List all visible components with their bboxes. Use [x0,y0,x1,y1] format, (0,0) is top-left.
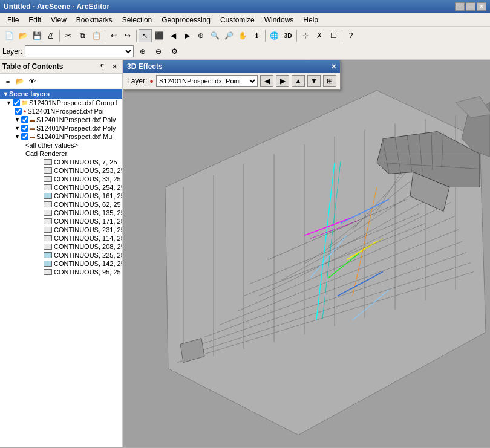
layer-checkbox-2[interactable] [21,125,28,132]
layer-name-0: S12401NProspect.dxf Poi [27,108,103,115]
continuous-label-9: CONTINUOUS, 114, 25 [54,235,122,242]
layer-item-0[interactable]: ● S12401NProspect.dxf Poi [13,107,122,115]
continuous-item-9[interactable]: CONTINUOUS, 114, 25 [24,234,122,242]
copy-button[interactable]: ⧉ [76,29,89,42]
continuous-item-1[interactable]: CONTINUOUS, 253, 25 [24,166,122,175]
menu-selection[interactable]: Selection [117,15,157,25]
zoom-in-rect-button[interactable]: ⬛ [152,29,166,42]
paste-button[interactable]: 📋 [90,29,103,42]
continuous-item-11[interactable]: CONTINUOUS, 225, 25 [24,251,122,259]
layer-settings-button[interactable]: ⚙ [168,45,181,58]
redo-button[interactable]: ↪ [121,29,134,42]
toc-dock-button[interactable]: ¶ [97,61,108,72]
group-expand-icon: ▼ [6,100,11,106]
layer-select[interactable] [25,45,134,57]
continuous-item-0[interactable]: CONTINUOUS, 7, 25 [24,158,122,166]
effects-btn-4[interactable]: ▼ [307,75,321,87]
toc-close-button[interactable]: ✕ [109,61,120,72]
cut-button[interactable]: ✂ [62,29,75,42]
cad-renderer-item[interactable]: Cad Renderer [24,149,122,158]
save-button[interactable]: 💾 [30,29,44,42]
continuous-item-7[interactable]: CONTINUOUS, 171, 25 [24,217,122,226]
layer-add-button[interactable]: ⊕ [136,45,149,58]
zoom-out-button[interactable]: 🔎 [222,29,235,42]
scene-canvas[interactable] [123,60,490,447]
swatch-1 [44,167,52,174]
3d-nav-button[interactable]: 3D [281,29,295,42]
group-layer-checkbox[interactable] [13,99,20,106]
toolbar-area: 📄 📂 💾 🖨 ✂ ⧉ 📋 ↩ ↪ ↖ ⬛ ◀ ▶ ⊕ 🔍 🔎 ✋ ℹ 🌐 3D… [0,27,490,60]
layer-item-3[interactable]: ▼ ▬ S12401NProspect.dxf Mul [13,132,122,141]
globe-button[interactable]: 🌐 [267,29,281,42]
menu-file[interactable]: File [2,15,24,25]
continuous-item-12[interactable]: CONTINUOUS, 142, 25 [24,259,122,268]
effects-layer-label: Layer: [127,77,147,85]
menu-geoprocessing[interactable]: Geoprocessing [157,15,215,25]
help-button[interactable]: ? [344,29,358,42]
menu-bookmarks[interactable]: Bookmarks [71,15,117,25]
sub-layers: ● S12401NProspect.dxf Poi ▼ ▬ S12401NPro… [5,107,122,276]
layer-icon-3: ▬ [30,134,35,140]
scene-view[interactable]: 3D Effects ✕ Layer: ● S12401NProspect.dx… [123,60,490,447]
continuous-item-5[interactable]: CONTINUOUS, 62, 25 [24,200,122,209]
zoom-in-button[interactable]: 🔍 [208,29,221,42]
continuous-item-4[interactable]: CONTINUOUS, 161, 25 [24,192,122,200]
all-other-values-item[interactable]: <all other values> [24,141,122,149]
effects-layer-select[interactable]: S12401NProspect.dxf Point [156,75,258,87]
toc-visibility-view-button[interactable]: 👁 [27,76,38,86]
continuous-item-10[interactable]: CONTINUOUS, 208, 25 [24,242,122,251]
maximize-button[interactable]: □ [466,2,475,11]
continuous-label-8: CONTINUOUS, 231, 25 [54,226,122,233]
continuous-item-3[interactable]: CONTINUOUS, 254, 25 [24,183,122,192]
menu-customize[interactable]: Customize [215,15,260,25]
layer-checkbox-1[interactable] [21,116,28,123]
continuous-label-11: CONTINUOUS, 225, 25 [54,252,122,259]
group-layer-item[interactable]: ▼ 📁 S12401NProspect.dxf Group L [5,99,122,107]
clear-button[interactable]: ☐ [327,29,340,42]
zoom-full-button[interactable]: ⊕ [194,29,207,42]
multi-layer-sub: <all other values> Cad Renderer CONTINUO… [13,141,122,276]
swatch-10 [44,244,52,250]
open-button[interactable]: 📂 [16,29,30,42]
deselect-button[interactable]: ✗ [313,29,326,42]
layer-item-1[interactable]: ▼ ▬ S12401NProspect.dxf Poly [13,115,122,124]
effects-layer-icon: ● [149,77,154,85]
effects-btn-1[interactable]: ◀ [260,75,273,87]
menu-windows[interactable]: Windows [260,15,299,25]
layer-label: Layer: [2,47,22,56]
layer-checkbox-0[interactable] [15,108,22,115]
identify-button[interactable]: ℹ [250,29,263,42]
toc-list-view-button[interactable]: ≡ [2,76,13,86]
continuous-item-13[interactable]: CONTINUOUS, 95, 25 [24,268,122,276]
continuous-item-2[interactable]: CONTINUOUS, 33, 25 [24,175,122,183]
effects-close-button[interactable]: ✕ [331,63,336,71]
continuous-label-7: CONTINUOUS, 171, 25 [54,218,122,225]
print-button[interactable]: 🖨 [44,29,57,42]
zoom-next-button[interactable]: ▶ [180,29,194,42]
scene-layers-icon: ▼ [2,90,9,97]
continuous-item-8[interactable]: CONTINUOUS, 231, 25 [24,226,122,234]
effects-btn-2[interactable]: ▶ [276,75,289,87]
layer-checkbox-3[interactable] [21,133,28,140]
menu-edit[interactable]: Edit [24,15,46,25]
menu-view[interactable]: View [46,15,71,25]
menu-help[interactable]: Help [298,15,323,25]
layer-remove-button[interactable]: ⊖ [152,45,165,58]
continuous-item-6[interactable]: CONTINUOUS, 135, 25 [24,209,122,217]
close-window-button[interactable]: ✕ [477,2,486,11]
undo-button[interactable]: ↩ [107,29,120,42]
effects-btn-5[interactable]: ⊞ [323,75,336,87]
zoom-prev-button[interactable]: ◀ [166,29,180,42]
toc-source-view-button[interactable]: 📂 [15,76,25,86]
layer-item-2[interactable]: ▼ ▬ S12401NProspect.dxf Poly [13,124,122,132]
continuous-label-3: CONTINUOUS, 254, 25 [54,184,122,191]
minimize-button[interactable]: – [455,2,465,11]
effects-btn-3[interactable]: ▲ [292,75,305,87]
continuous-label-0: CONTINUOUS, 7, 25 [54,158,117,166]
new-button[interactable]: 📄 [2,29,16,42]
pan-button[interactable]: ✋ [236,29,249,42]
swatch-12 [44,261,52,267]
pointer-button[interactable]: ↖ [139,29,152,42]
scene-layers-header[interactable]: ▼ Scene layers [0,89,122,99]
select-button[interactable]: ⊹ [299,29,312,42]
